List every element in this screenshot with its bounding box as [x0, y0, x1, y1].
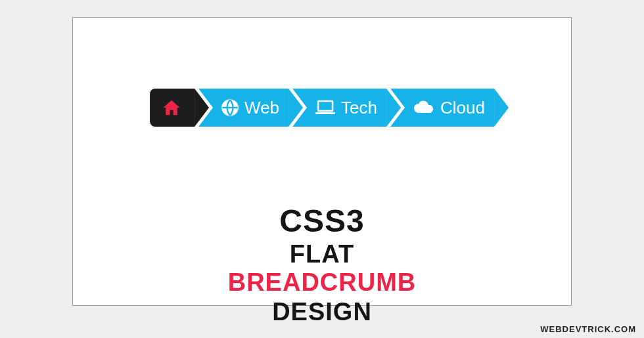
headline-line-1: CSS3 — [198, 203, 447, 239]
laptop-icon — [315, 100, 336, 116]
cloud-icon — [413, 100, 435, 116]
headline-line-2: FLAT BREADCRUMB — [198, 240, 447, 297]
svg-rect-2 — [315, 112, 335, 114]
demo-frame: Web Tech Cloud CSS3 FLAT BREADCRUMB DESI… — [72, 17, 572, 306]
headline-word-flat: FLAT — [290, 240, 354, 268]
breadcrumb: Web Tech Cloud — [150, 89, 494, 127]
breadcrumb-label: Web — [244, 98, 279, 118]
breadcrumb-item-cloud[interactable]: Cloud — [390, 89, 494, 127]
breadcrumb-item-web[interactable]: Web — [198, 89, 288, 127]
breadcrumb-item-tech[interactable]: Tech — [292, 89, 386, 127]
home-icon — [160, 98, 183, 117]
breadcrumb-label: Tech — [341, 98, 377, 118]
svg-rect-1 — [318, 101, 333, 111]
footer-credit: WEBDEVTRICK.COM — [540, 324, 636, 334]
globe-icon — [221, 98, 239, 117]
breadcrumb-label: Cloud — [440, 98, 485, 118]
headline: CSS3 FLAT BREADCRUMB DESIGN — [198, 203, 447, 326]
headline-word-breadcrumb: BREADCRUMB — [228, 268, 417, 296]
breadcrumb-item-home[interactable] — [150, 89, 195, 127]
headline-line-3: DESIGN — [198, 298, 447, 326]
